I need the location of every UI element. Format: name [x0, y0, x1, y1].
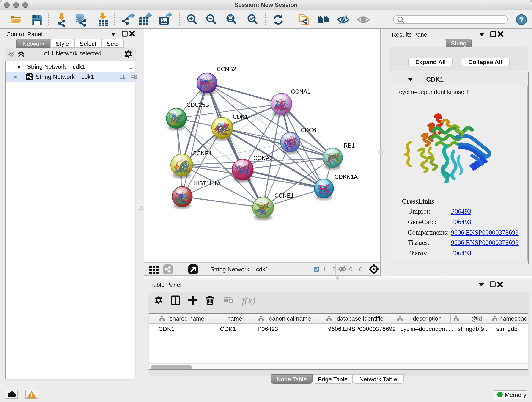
svg-text:?: ? — [519, 15, 524, 24]
svg-text:CDC25B: CDC25B — [186, 102, 209, 108]
svg-text:description: description — [413, 315, 442, 322]
svg-text:0 – 0: 0 – 0 — [349, 266, 362, 273]
svg-text:CCNB2: CCNB2 — [217, 66, 236, 72]
svg-text:shared name: shared name — [170, 315, 204, 322]
svg-text:1 – 0: 1 – 0 — [323, 266, 336, 273]
svg-text:CCNE1: CCNE1 — [274, 192, 294, 199]
svg-text:HIST1H1A: HIST1H1A — [193, 180, 221, 186]
svg-text:RB1: RB1 — [344, 142, 355, 149]
svg-text:@id: @id — [471, 315, 482, 322]
svg-text:CDC6: CDC6 — [301, 127, 316, 133]
svg-text:database identifier: database identifier — [337, 315, 386, 322]
svg-text:name: name — [227, 315, 242, 322]
svg-text:namespac: namespac — [500, 315, 527, 322]
svg-text:canonical name: canonical name — [269, 315, 311, 322]
svg-text:CDKN1A: CDKN1A — [335, 173, 358, 180]
svg-text:CCNA1: CCNA1 — [291, 88, 310, 95]
svg-text:CDK1: CDK1 — [233, 114, 248, 120]
svg-text:CCNA2: CCNA2 — [253, 155, 273, 161]
svg-text:f(x): f(x) — [242, 295, 255, 306]
svg-text:String Network – cdk1: String Network – cdk1 — [210, 266, 268, 273]
svg-text:CCNB1: CCNB1 — [192, 150, 212, 157]
